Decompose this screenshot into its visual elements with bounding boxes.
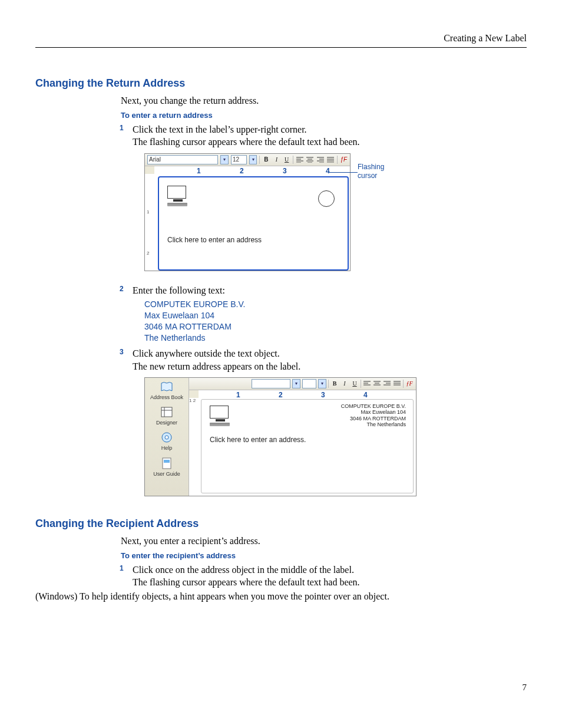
sidebar-item-user-guide[interactable]: User Guide bbox=[145, 456, 189, 481]
step-2: 2 Enter the following text: COMPUTEK EUR… bbox=[121, 284, 527, 344]
font-size-select[interactable]: 12 bbox=[231, 155, 247, 164]
align-justify-button[interactable] bbox=[326, 156, 334, 164]
address-placeholder[interactable]: Click here to enter an address bbox=[167, 235, 262, 245]
step-text: Click once on the address object in the … bbox=[133, 565, 354, 575]
step-1: 1 Click once on the address object in th… bbox=[121, 564, 527, 589]
step-text: The flashing cursor appears where the de… bbox=[133, 137, 360, 147]
align-right-button[interactable] bbox=[316, 156, 324, 164]
step-text: (Windows) To help identify objects, a hi… bbox=[35, 591, 389, 601]
font-size-select[interactable] bbox=[302, 379, 316, 388]
svg-rect-16 bbox=[161, 407, 172, 417]
sidebar-item-designer[interactable]: Designer bbox=[145, 404, 189, 430]
step-number: 2 bbox=[120, 284, 124, 294]
screenshot-editor-result: Address Book Designer bbox=[144, 377, 527, 496]
effects-button[interactable]: ƒF bbox=[340, 156, 348, 164]
help-icon bbox=[160, 431, 174, 444]
label-canvas[interactable]: COMPUTEK EUROPE B.V. Max Euwelaan 104 30… bbox=[201, 399, 414, 493]
computer-icon bbox=[210, 406, 231, 426]
chapter-title: Creating a New Label bbox=[444, 33, 527, 43]
sidebar-item-address-book[interactable]: Address Book bbox=[145, 379, 189, 404]
dropdown-icon[interactable]: ▾ bbox=[318, 379, 326, 388]
italic-button[interactable]: I bbox=[273, 156, 280, 164]
address-book-icon bbox=[160, 380, 174, 393]
effects-button[interactable]: ƒF bbox=[405, 380, 414, 388]
procedure-heading: To enter a return address bbox=[121, 111, 527, 120]
format-toolbar: Arial ▾ 12 ▾ B I U bbox=[145, 154, 350, 166]
underline-button[interactable]: U bbox=[351, 380, 359, 388]
align-right-button[interactable] bbox=[383, 380, 391, 388]
designer-icon bbox=[160, 406, 174, 419]
sidebar-item-help[interactable]: Help bbox=[145, 430, 189, 455]
screenshot-editor-cursor: Arial ▾ 12 ▾ B I U bbox=[144, 153, 421, 277]
page-header: Creating a New Label bbox=[35, 33, 527, 48]
font-family-select[interactable]: Arial bbox=[147, 155, 218, 164]
step-text: Enter the following text: bbox=[133, 285, 225, 295]
bold-button[interactable]: B bbox=[330, 380, 339, 388]
format-toolbar: ▾ ▾ B I U bbox=[189, 378, 416, 390]
step-1: 1 Click the text in the label’s upper-ri… bbox=[121, 123, 527, 277]
step-3: 3 Click anywhere outside the text object… bbox=[121, 347, 527, 496]
dropdown-icon[interactable]: ▾ bbox=[292, 379, 300, 388]
step-text: Click the text in the label’s upper-righ… bbox=[133, 124, 307, 134]
computer-icon bbox=[167, 186, 189, 206]
example-address: COMPUTEK EUROPE B.V. Max Euwelaan 104 30… bbox=[144, 299, 527, 344]
dropdown-icon[interactable]: ▾ bbox=[220, 155, 228, 164]
flashing-cursor-indicator bbox=[318, 190, 335, 207]
step-number: 1 bbox=[120, 123, 124, 133]
bold-button[interactable]: B bbox=[262, 156, 270, 164]
page-number: 7 bbox=[523, 683, 527, 693]
procedure-heading: To enter the recipient’s address bbox=[121, 551, 527, 560]
address-placeholder[interactable]: Click here to enter an address. bbox=[210, 435, 306, 444]
align-center-button[interactable] bbox=[373, 380, 381, 388]
svg-rect-21 bbox=[163, 458, 171, 469]
step-number: 1 bbox=[120, 564, 124, 573]
intro-para: Next, you enter a recipient’s address. bbox=[121, 535, 527, 548]
step-number: 3 bbox=[120, 347, 124, 357]
return-address-text[interactable]: COMPUTEK EUROPE B.V. Max Euwelaan 104 30… bbox=[341, 403, 406, 427]
align-left-button[interactable] bbox=[296, 156, 303, 164]
underline-button[interactable]: U bbox=[283, 156, 290, 164]
step-text: Click anywhere outside the text object. bbox=[133, 348, 280, 358]
intro-para: Next, you change the return address. bbox=[121, 94, 527, 107]
section-heading-return: Changing the Return Address bbox=[35, 77, 527, 90]
dropdown-icon[interactable]: ▾ bbox=[249, 155, 257, 164]
ruler-vertical: 1 2 bbox=[189, 398, 199, 496]
italic-button[interactable]: I bbox=[340, 380, 349, 388]
step-text: The new return address appears on the la… bbox=[133, 361, 300, 371]
callout-flashing-cursor: Flashing cursor bbox=[358, 163, 384, 181]
font-family-select[interactable] bbox=[252, 379, 290, 388]
step-text: The flashing cursor appears where the de… bbox=[133, 577, 360, 587]
label-canvas[interactable]: Click here to enter an address bbox=[158, 176, 349, 271]
svg-point-20 bbox=[165, 436, 168, 439]
align-center-button[interactable] bbox=[306, 156, 314, 164]
ruler-vertical: 1 2 bbox=[145, 174, 155, 271]
section-heading-recipient: Changing the Recipient Address bbox=[35, 518, 527, 530]
align-left-button[interactable] bbox=[363, 380, 371, 388]
svg-rect-22 bbox=[164, 460, 170, 463]
align-justify-button[interactable] bbox=[393, 380, 401, 388]
sidebar: Address Book Designer bbox=[145, 378, 189, 496]
user-guide-icon bbox=[160, 457, 174, 470]
